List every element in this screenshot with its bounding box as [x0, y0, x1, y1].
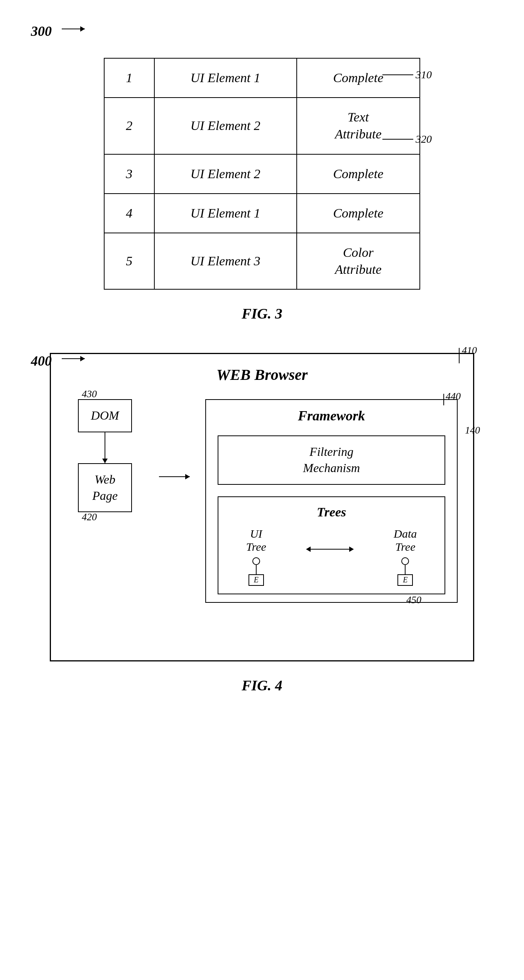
tree-top-node	[252, 557, 260, 565]
browser-inner: 430 DOM 420 Web Page	[66, 399, 458, 602]
trees-title: Trees	[230, 505, 433, 520]
tree-stem	[256, 565, 257, 574]
trees-inner: UI Tree E	[230, 527, 433, 586]
callout-140: 140	[465, 425, 480, 436]
fig4-section: 400 410 WEB Browser 430 DOM	[31, 353, 493, 694]
double-arrow-container	[306, 547, 354, 552]
cell-4-3: Complete	[297, 194, 420, 233]
filtering-label: Filtering Mechanism	[303, 445, 360, 475]
double-arrow	[306, 547, 354, 552]
filtering-box: Filtering Mechanism	[218, 435, 445, 484]
table-row: 3 UI Element 2 Complete	[104, 154, 420, 194]
framework-block: 440 Framework 140 Filtering Mechanism Tr…	[205, 399, 458, 602]
arrow-right-head	[349, 547, 354, 552]
data-tree-icon: E	[394, 557, 417, 586]
data-tree-leaf-node: E	[397, 574, 413, 586]
fig3-section: 300 310 320 1 UI Element 1 Complete	[31, 23, 493, 322]
table-row: 2 UI Element 2 TextAttribute	[104, 98, 420, 154]
arrow-shaft	[311, 549, 349, 550]
cell-1-1: 1	[104, 58, 154, 98]
cell-3-2: UI Element 2	[154, 154, 297, 194]
table-row: 1 UI Element 1 Complete	[104, 58, 420, 98]
table-row: 5 UI Element 3 ColorAttribute	[104, 233, 420, 289]
trees-block: Trees UI Tree E	[218, 496, 445, 594]
ui-tree-label: UI Tree	[246, 527, 266, 553]
webpage-box: Web Page	[78, 463, 132, 512]
callout-310: 310	[416, 69, 432, 81]
callout-440: 440	[446, 391, 461, 402]
filtering-container: 140 Filtering Mechanism	[218, 435, 445, 484]
cell-2-2: UI Element 2	[154, 98, 297, 154]
webpage-to-framework-arrow	[159, 476, 190, 477]
cell-4-1: 4	[104, 194, 154, 233]
fig3-table: 1 UI Element 1 Complete 2 UI Element 2 T…	[104, 58, 420, 290]
arrow-left-head	[306, 547, 311, 552]
callout-440-container: 440	[443, 394, 461, 405]
data-tree-stem	[405, 565, 406, 574]
fig4-label: 400	[31, 353, 52, 369]
cell-5-2: UI Element 3	[154, 233, 297, 289]
cell-2-1: 2	[104, 98, 154, 154]
fig3-arrow	[62, 29, 85, 29]
fig4-caption: FIG. 4	[31, 677, 493, 694]
tree-leaf-node: E	[248, 574, 264, 586]
callout-410: 410	[462, 345, 477, 356]
left-column: 430 DOM 420 Web Page	[66, 399, 144, 512]
data-tree-top-node	[401, 557, 409, 565]
cell-5-3: ColorAttribute	[297, 233, 420, 289]
table-row: 4 UI Element 1 Complete	[104, 194, 420, 233]
browser-title: WEB Browser	[66, 366, 458, 384]
cell-2-3: TextAttribute	[297, 98, 420, 154]
dom-box: DOM	[78, 399, 132, 432]
data-tree-item: Data Tree E	[394, 527, 417, 586]
callout-320: 320	[416, 133, 432, 145]
cell-1-2: UI Element 1	[154, 58, 297, 98]
data-tree-label: Data Tree	[394, 527, 417, 553]
callout-450: 450	[406, 594, 421, 606]
cell-3-1: 3	[104, 154, 154, 194]
ui-tree-icon: E	[246, 557, 266, 586]
fig3-caption: FIG. 3	[31, 305, 493, 322]
fig3-table-wrapper: 310 320 1 UI Element 1 Complete 2 UI Ele…	[104, 58, 420, 290]
callout-430: 430	[82, 388, 97, 400]
fig3-label: 300	[31, 23, 52, 39]
ui-tree-item: UI Tree E	[246, 527, 266, 586]
cell-5-1: 5	[104, 233, 154, 289]
framework-title: Framework	[218, 408, 445, 424]
cell-3-3: Complete	[297, 154, 420, 194]
browser-container: 410 WEB Browser 430 DOM	[50, 353, 474, 661]
cell-4-2: UI Element 1	[154, 194, 297, 233]
callout-420: 420	[82, 511, 97, 523]
